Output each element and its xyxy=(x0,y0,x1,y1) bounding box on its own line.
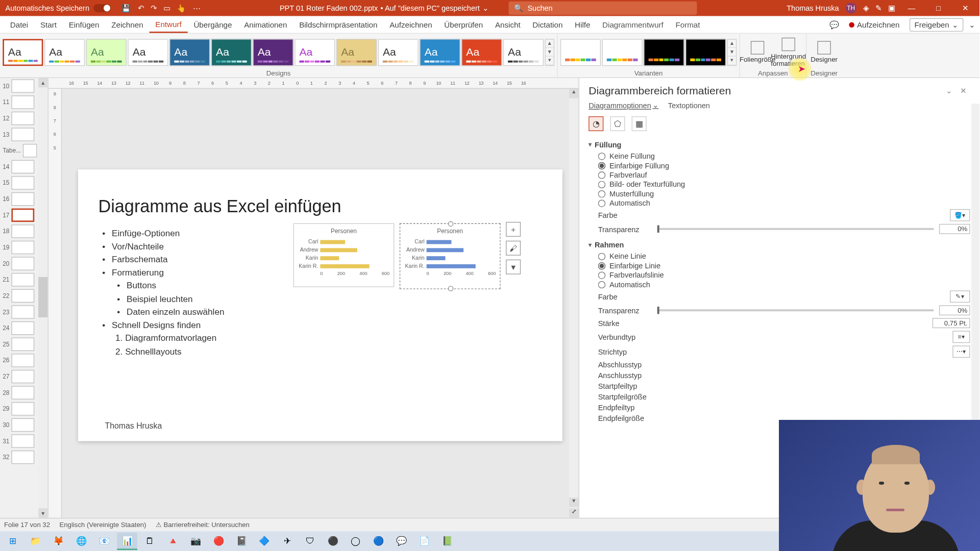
scroll-up-icon[interactable]: ▲ xyxy=(569,89,578,98)
pane-options-icon[interactable]: ⌄ xyxy=(942,85,956,96)
chart-elements-button[interactable]: ＋ xyxy=(506,222,521,237)
slide-thumbnail[interactable]: 16 xyxy=(0,191,38,207)
tab-bildschirm[interactable]: Bildschirmpräsentation xyxy=(293,16,383,33)
theme-thumb[interactable]: Aa xyxy=(44,39,85,66)
tab-aufzeichnen[interactable]: Aufzeichnen xyxy=(383,16,438,33)
slide-thumbnail[interactable]: 15 xyxy=(0,175,38,191)
telegram-icon[interactable]: ✈ xyxy=(277,533,298,550)
theme-thumb[interactable]: Aa xyxy=(336,39,377,66)
from-start-icon[interactable]: ▭ xyxy=(163,4,170,12)
accessibility-status[interactable]: ⚠ Barrierefreiheit: Untersuchen xyxy=(156,521,250,528)
minimize-button[interactable]: — xyxy=(901,4,922,12)
slide[interactable]: Diagramme aus Excel einfügen Einfüge-Opt… xyxy=(78,169,562,441)
excel-icon[interactable]: 📗 xyxy=(437,533,458,550)
slide-thumbnail[interactable]: 21 xyxy=(0,271,38,288)
slide-thumbnail[interactable]: 10 xyxy=(0,78,38,94)
border-width-value[interactable]: 0,75 Pt. xyxy=(933,318,970,328)
theme-thumb[interactable]: Aa xyxy=(420,39,460,66)
slide-thumbnail[interactable]: 13 xyxy=(0,127,38,143)
start-menu-button[interactable]: ⊞ xyxy=(3,533,23,550)
fill-color-picker[interactable]: 🪣▾ xyxy=(950,209,970,221)
vlc-icon[interactable]: 🔺 xyxy=(163,533,183,550)
pane-close-icon[interactable]: ✕ xyxy=(956,85,970,96)
theme-thumb[interactable]: Aa xyxy=(253,39,293,66)
app-icon[interactable]: ◯ xyxy=(346,533,366,550)
chart-styles-button[interactable]: 🖌 xyxy=(506,241,521,256)
slide-counter[interactable]: Folie 17 von 32 xyxy=(4,521,50,528)
fill-transp-slider[interactable] xyxy=(657,228,934,230)
onenote-icon[interactable]: 📓 xyxy=(231,533,252,550)
slide-thumbnail[interactable]: 24 xyxy=(0,320,38,336)
slide-thumbnail[interactable]: 22 xyxy=(0,288,38,304)
effects-icon[interactable]: ⬠ xyxy=(610,116,625,131)
chrome-icon[interactable]: 🌐 xyxy=(71,533,92,550)
close-button[interactable]: ✕ xyxy=(955,4,976,12)
theme-thumb[interactable]: Aa xyxy=(461,39,502,66)
tab-datei[interactable]: Datei xyxy=(4,16,34,33)
border-transp-value[interactable]: 0% xyxy=(939,305,970,315)
app-icon[interactable]: 🗒 xyxy=(140,533,160,550)
search-box[interactable]: 🔍 Suchen xyxy=(509,2,697,15)
firefox-icon[interactable]: 🦊 xyxy=(48,533,69,550)
gallery-more-button[interactable]: ▲▼▾ xyxy=(727,39,737,66)
slide-thumbnail[interactable]: Tabe... xyxy=(0,142,38,159)
size-props-icon[interactable]: ▦ xyxy=(632,116,647,131)
border-solid-option[interactable]: Einfarbige Linie xyxy=(589,261,970,270)
scroll-down-icon[interactable]: ▼ xyxy=(38,508,47,517)
tab-uebergaenge[interactable]: Übergänge xyxy=(188,16,238,33)
obs-icon[interactable]: ⚫ xyxy=(323,533,344,550)
variant-thumb[interactable] xyxy=(560,39,601,66)
tab-format[interactable]: Format xyxy=(670,16,706,33)
fill-none-option[interactable]: Keine Füllung xyxy=(589,152,970,161)
canvas-scrollbar[interactable]: ▲ ▼ ⤢ xyxy=(569,89,578,518)
variant-thumb[interactable] xyxy=(602,39,643,66)
vscode-icon[interactable]: 🔷 xyxy=(254,533,275,550)
user-avatar[interactable]: TH xyxy=(846,3,856,13)
theme-thumb[interactable]: Aa xyxy=(503,39,544,66)
border-color-picker[interactable]: ✎▾ xyxy=(950,290,970,303)
slide-thumbnail[interactable]: 30 xyxy=(0,417,38,433)
fill-line-icon[interactable]: ◔ xyxy=(589,116,603,131)
qat-more-icon[interactable]: ⋯ xyxy=(193,4,200,12)
chart-1[interactable]: PersonenCarlAndrewKarinKarin R.020040060… xyxy=(293,223,395,287)
pane-tab-diagrammoptionen[interactable]: Diagrammoptionen ⌄ xyxy=(589,101,658,110)
section-fuellung[interactable]: Füllung xyxy=(589,138,970,151)
slide-thumbnail[interactable]: 27 xyxy=(0,368,38,385)
slide-thumbnail[interactable]: 25 xyxy=(0,336,38,353)
tab-ueberpruefen[interactable]: Überprüfen xyxy=(438,16,489,33)
border-dash-dd[interactable]: ⋯▾ xyxy=(952,345,970,358)
slide-thumbnail[interactable]: 28 xyxy=(0,385,38,401)
section-rahmen[interactable]: Rahmen xyxy=(589,238,970,252)
maximize-button[interactable]: □ xyxy=(928,4,949,12)
app-icon[interactable]: 🔵 xyxy=(369,533,389,550)
fill-pattern-option[interactable]: Musterfüllung xyxy=(589,189,970,198)
outlook-icon[interactable]: 📧 xyxy=(94,533,115,550)
file-explorer-icon[interactable]: 📁 xyxy=(26,533,46,550)
scroll-up-icon[interactable]: ▲ xyxy=(38,78,47,87)
app-icon[interactable]: 💬 xyxy=(391,533,412,550)
theme-thumb[interactable]: Aa xyxy=(169,39,210,66)
tab-diagrammentwurf[interactable]: Diagrammentwurf xyxy=(596,16,669,33)
tab-start[interactable]: Start xyxy=(34,16,63,33)
tab-zeichnen[interactable]: Zeichnen xyxy=(105,16,149,33)
chevron-down-icon[interactable]: ⌄ xyxy=(482,4,488,12)
app-icon[interactable]: 📷 xyxy=(186,533,206,550)
slide-thumbnail[interactable]: 32 xyxy=(0,449,38,465)
border-transp-slider[interactable] xyxy=(657,309,934,311)
slide-thumbnail[interactable]: 14 xyxy=(0,159,38,175)
variant-gallery[interactable]: ▲▼▾ xyxy=(560,35,737,69)
border-gradient-option[interactable]: Farbverlaufslinie xyxy=(589,270,970,280)
app-icon[interactable]: 🛡 xyxy=(300,533,321,550)
theme-gallery[interactable]: AaAaAaAaAaAaAaAaAaAaAaAaAa▲▼▾ xyxy=(3,35,554,69)
designer-button[interactable]: Designer xyxy=(810,40,839,65)
fill-gradient-option[interactable]: Farbverlauf xyxy=(589,170,970,179)
foliengroesse-button[interactable]: Foliengröße xyxy=(743,40,772,65)
slide-thumbnail[interactable]: 23 xyxy=(0,304,38,320)
fill-transp-value[interactable]: 0% xyxy=(939,224,970,234)
theme-thumb[interactable]: Aa xyxy=(295,39,335,66)
border-none-option[interactable]: Keine Linie xyxy=(589,252,970,261)
scroll-down-icon[interactable]: ▼ xyxy=(569,497,578,507)
redo-icon[interactable]: ↷ xyxy=(151,4,157,12)
app-icon[interactable]: 📄 xyxy=(414,533,435,550)
chart-2-selected[interactable]: PersonenCarlAndrewKarinKarin R.020040060… xyxy=(400,223,501,289)
